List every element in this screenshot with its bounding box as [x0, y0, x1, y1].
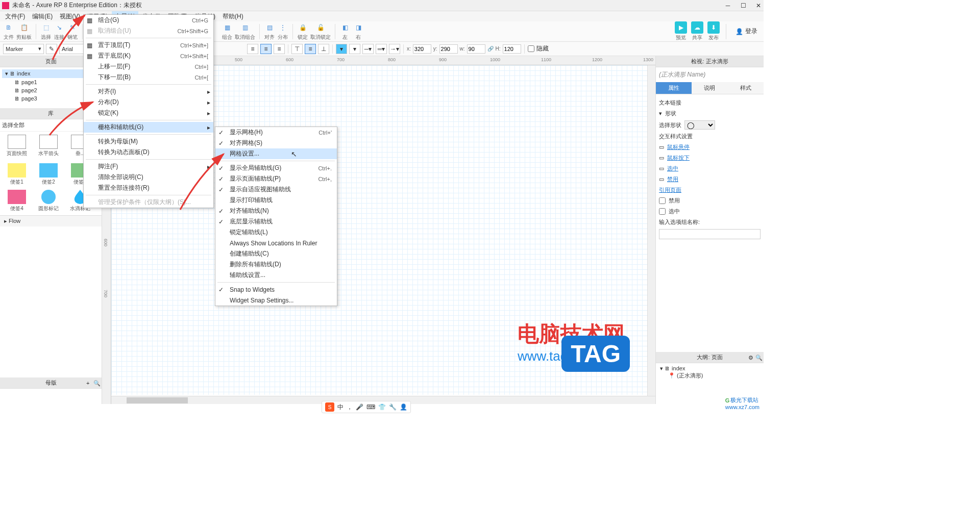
tab-notes[interactable]: 说明	[692, 82, 727, 94]
hidden-checkbox[interactable]	[528, 45, 534, 52]
tab-properties[interactable]: 属性	[656, 82, 692, 94]
menu-item[interactable]: ✓显示全局辅助线(G)Ctrl+.	[215, 163, 337, 173]
maximize-button[interactable]: ☐	[740, 3, 746, 9]
fill-color[interactable]: ▾	[336, 44, 347, 54]
lib-item[interactable]: 便签4	[3, 190, 31, 212]
preview-button[interactable]: ▶预览	[675, 21, 687, 41]
scrollbar-vertical[interactable]	[647, 65, 655, 396]
publish-button[interactable]: ⬇发布	[707, 21, 720, 41]
menu-item[interactable]: 分布(D)▸	[84, 97, 213, 108]
mousedown-link[interactable]: 鼠标按下	[667, 154, 690, 162]
outline-filter-icon[interactable]: ⚙	[748, 355, 754, 361]
shape-select[interactable]: ◯	[684, 120, 715, 130]
menu-item[interactable]: 重置全部连接符(R)	[84, 183, 213, 193]
menu-item[interactable]: ✓显示自适应视图辅助线	[215, 184, 337, 195]
tool-file[interactable]: 🗎文件	[3, 22, 14, 41]
group-name-input[interactable]	[659, 229, 761, 239]
tab-style[interactable]: 样式	[728, 82, 764, 94]
lib-item[interactable]: 便签2	[35, 163, 62, 186]
tool-align[interactable]: ▤对齐	[264, 22, 275, 41]
share-button[interactable]: ☁共享	[691, 21, 703, 41]
outline-search-icon[interactable]: 🔍	[755, 355, 762, 361]
menu-item[interactable]: 锁定(K)▸	[84, 108, 213, 118]
disabled-link[interactable]: 禁用	[667, 175, 678, 183]
tool-connect[interactable]: ↘连接	[54, 22, 65, 41]
menu-item[interactable]: 脚注(F)▸	[84, 161, 213, 172]
y-input[interactable]	[439, 44, 458, 54]
valign-bottom[interactable]: ⊥	[318, 44, 329, 54]
login-button[interactable]: 👤登录	[732, 26, 761, 37]
menu-item[interactable]: ✓对齐网格(S)	[215, 138, 337, 148]
menu-item[interactable]: 转换为动态面板(D)	[84, 147, 213, 158]
menu-item[interactable]: Always Show Locations In Ruler	[215, 238, 337, 248]
minimize-button[interactable]: ─	[725, 3, 731, 9]
menu-item[interactable]: 栅格和辅助线(G)▸	[84, 122, 213, 133]
lib-item[interactable]: 水平箭头	[35, 135, 62, 157]
ime-toolbar[interactable]: S 中 ， 🎤 ⌨ 👕 🔧 👤	[322, 401, 411, 413]
widget-name-input[interactable]: (正水滴形 Name)	[656, 67, 764, 82]
menu-item[interactable]: Widget Snap Settings...	[215, 295, 337, 306]
h-input[interactable]	[503, 44, 521, 54]
align-right[interactable]: ≡	[274, 44, 285, 54]
ime-punct-icon[interactable]: ，	[347, 403, 353, 412]
valign-top[interactable]: ⊤	[291, 44, 303, 54]
menu-8[interactable]: 帮助(H)	[219, 11, 247, 22]
lib-item[interactable]: 页面快照	[3, 135, 31, 157]
menu-item[interactable]: 显示打印辅助线	[215, 195, 337, 206]
add-master-icon[interactable]: +	[86, 380, 92, 386]
tool-left[interactable]: ◧左	[339, 22, 351, 41]
ime-mic-icon[interactable]: 🎤	[356, 403, 363, 411]
valign-middle[interactable]: ≡	[305, 44, 316, 54]
ime-keyboard-icon[interactable]: ⌨	[366, 403, 375, 411]
lib-item[interactable]: 便签1	[3, 163, 31, 186]
line-color[interactable]: ▾	[349, 44, 360, 54]
tool-distribute[interactable]: ⋮分布	[277, 22, 288, 41]
ime-user-icon[interactable]: 👤	[400, 403, 407, 411]
menu-item[interactable]: 下移一层(B)Ctrl+[	[84, 72, 213, 83]
ime-skin-icon[interactable]: 👕	[378, 403, 386, 411]
menu-item[interactable]: ▦置于底层(K)Ctrl+Shift+[	[84, 50, 213, 61]
align-center[interactable]: ≡	[260, 44, 272, 54]
tool-ungroup-btn[interactable]: ▥取消组合	[235, 22, 255, 41]
arrow-style[interactable]: →▾	[389, 44, 400, 54]
line-style[interactable]: ═▾	[376, 44, 387, 54]
menu-item[interactable]: 删除所有辅助线(D)	[215, 259, 337, 270]
menu-item[interactable]: 辅助线设置...	[215, 270, 337, 281]
menu-item[interactable]: ▦组合(G)Ctrl+G	[84, 15, 213, 26]
menu-item[interactable]: ✓底层显示辅助线	[215, 216, 337, 227]
style-combo[interactable]: Marker▾	[3, 44, 44, 54]
master-search-icon[interactable]: 🔍	[93, 380, 100, 386]
tool-group-btn[interactable]: ▦组合	[222, 22, 233, 41]
menu-item[interactable]: 网格设置...	[215, 148, 337, 159]
w-input[interactable]	[467, 44, 485, 54]
menu-item[interactable]: ▦置于顶层(T)Ctrl+Shift+]	[84, 40, 213, 50]
menu-2[interactable]: 视图(V)	[57, 11, 83, 22]
outline-item[interactable]: ▾ 🗎 index	[658, 365, 762, 372]
ref-page-link[interactable]: 引用页面	[659, 186, 681, 194]
menu-item[interactable]: ✓显示页面辅助线(P)Ctrl+,	[215, 173, 337, 184]
tool-lock[interactable]: 🔒锁定	[297, 22, 308, 41]
selected-link[interactable]: 选中	[667, 165, 678, 172]
menu-0[interactable]: 文件(F)	[2, 11, 28, 22]
tool-clipboard[interactable]: 📋剪贴板	[16, 22, 32, 41]
menu-item[interactable]: ✓对齐辅助线(N)	[215, 206, 337, 216]
hover-link[interactable]: 鼠标悬停	[667, 143, 690, 151]
menu-item[interactable]: 转换为母版(M)	[84, 136, 213, 147]
menu-item[interactable]: ✓显示网格(H)Ctrl+'	[215, 127, 337, 138]
tool-pen[interactable]: ✎钢笔	[67, 22, 78, 41]
line-width[interactable]: ─▾	[362, 44, 374, 54]
tool-unlock[interactable]: 🔓取消锁定	[310, 22, 331, 41]
disabled-checkbox[interactable]	[659, 197, 666, 204]
menu-1[interactable]: 编辑(E)	[29, 11, 56, 22]
ime-tool-icon[interactable]: 🔧	[389, 403, 397, 411]
lock-aspect-icon[interactable]: 🔗	[487, 46, 494, 52]
menu-item[interactable]: 清除全部说明(C)	[84, 172, 213, 183]
tool-select[interactable]: ⬚选择	[40, 22, 52, 41]
tool-right[interactable]: ◨右	[353, 22, 364, 41]
align-left[interactable]: ≡	[247, 44, 258, 54]
outline-item[interactable]: 📍 (正水滴形)	[658, 372, 762, 380]
menu-item[interactable]: 上移一层(F)Ctrl+]	[84, 61, 213, 72]
menu-item[interactable]: 创建辅助线(C)	[215, 248, 337, 259]
close-button[interactable]: ✕	[755, 3, 762, 9]
style-apply[interactable]: ✎	[46, 44, 57, 54]
